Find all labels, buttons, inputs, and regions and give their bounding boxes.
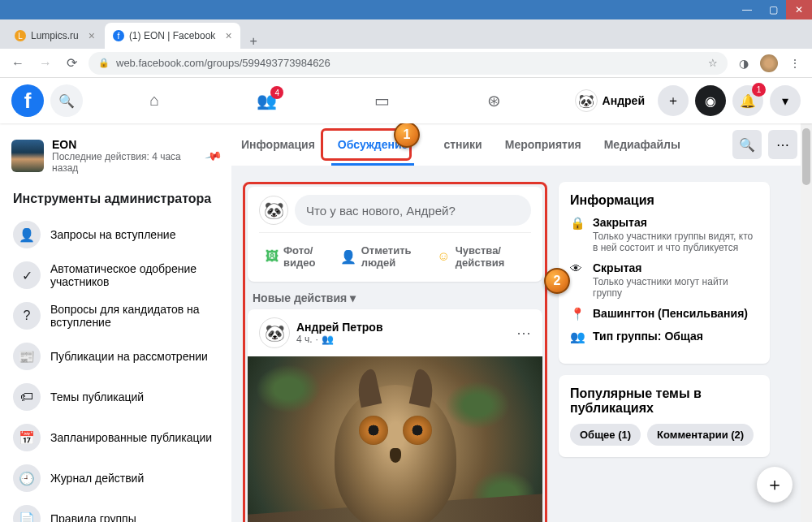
sidebar-item-member-requests[interactable]: 👤Запросы на вступление (10, 214, 222, 255)
friends-badge: 4 (270, 86, 283, 99)
sidebar-item-label: Вопросы для кандидатов на вступление (50, 303, 218, 329)
window-minimize-button[interactable]: — (734, 0, 760, 19)
scroll-thumb[interactable] (802, 128, 810, 185)
notifications-button[interactable]: 🔔 1 (732, 85, 763, 116)
composer-photo-video-button[interactable]: 🖼Фото/видео (259, 239, 334, 274)
composer-feeling-button[interactable]: ☺Чувства/действия (430, 239, 531, 274)
tab-close-icon[interactable]: × (89, 29, 95, 42)
center-column: 🐼 Что у вас нового, Андрей? 🖼Фото/видео … (243, 170, 547, 522)
messenger-button[interactable]: ◉ (695, 85, 726, 116)
pin-icon[interactable]: 📌 (204, 147, 222, 165)
account-dropdown-button[interactable]: ▾ (770, 85, 801, 116)
nav-watch[interactable]: ▭ (350, 84, 414, 117)
sidebar-item-label: Публикации на рассмотрении (50, 350, 208, 363)
sidebar-section-title: Инструменты администратора (10, 183, 222, 214)
browser-tab-lumpics[interactable]: L Lumpics.ru × (6, 23, 103, 49)
group-info: EON Последние действия: 4 часа назад (52, 138, 198, 174)
tag-icon: 🏷 (13, 383, 41, 411)
post-author[interactable]: Андрей Петров (296, 321, 383, 334)
sidebar-item-pending-posts[interactable]: 📰Публикации на рассмотрении (10, 336, 222, 377)
composer-input[interactable]: Что у вас нового, Андрей? (295, 195, 531, 226)
facebook-logo-icon[interactable]: f (11, 84, 44, 117)
topics-title: Популярные темы в публикациях (570, 386, 758, 416)
sidebar-item-label: Запросы на вступление (50, 228, 175, 241)
browser-menu-button[interactable]: ⋮ (786, 57, 804, 70)
tag-people-icon: 👤 (340, 249, 356, 265)
tab-media[interactable]: Медиафайлы (594, 123, 690, 166)
window-close-button[interactable]: ✕ (786, 0, 812, 19)
right-column: 2 Информация 🔒 ЗакрытаяТолько участники … (559, 170, 770, 522)
favicon-lumpics-icon: L (15, 30, 26, 41)
sidebar-item-activity-log[interactable]: 🕘Журнал действий (10, 458, 222, 498)
feed-sort-dropdown[interactable]: Новые действия ▾ (248, 282, 542, 309)
new-tab-button[interactable]: + (242, 34, 266, 49)
sidebar-item-post-topics[interactable]: 🏷Темы публикаций (10, 377, 222, 417)
post-image[interactable] (248, 356, 542, 522)
lock-icon: 🔒 (570, 216, 585, 253)
address-bar-input[interactable]: 🔒 web.facebook.com/groups/59949377398462… (89, 52, 728, 75)
post-meta: 4 ч. · 👥 (296, 334, 383, 345)
group-search-button[interactable]: 🔍 (732, 130, 762, 159)
star-bookmark-icon[interactable]: ☆ (708, 57, 718, 69)
topic-chip[interactable]: Общее (1) (570, 424, 641, 446)
emoji-icon: ☺ (437, 249, 450, 264)
group-name: EON (52, 138, 198, 151)
sidebar-item-group-rules[interactable]: 📄Правила группы (10, 498, 222, 522)
home-icon: ⌂ (149, 91, 159, 109)
info-row-visibility: 👁 СкрытаяТолько участники могут найти гр… (570, 261, 758, 299)
topic-chip[interactable]: Комментарии (2) (647, 424, 754, 446)
window-maximize-button[interactable]: ▢ (760, 0, 786, 19)
user-add-icon: 👤 (13, 221, 41, 248)
info-row-desc: Только участники могут найти группу (593, 276, 758, 299)
nav-groups[interactable]: ⊛ (463, 84, 525, 117)
scrollbar[interactable] (801, 123, 812, 522)
fb-header-right: 🐼 Андрей ＋ ◉ 🔔 1 ▾ (568, 85, 801, 116)
post-avatar-icon[interactable]: 🐼 (259, 317, 290, 348)
browser-tab-strip: L Lumpics.ru × f (1) EON | Facebook × + (0, 19, 812, 49)
tab-title: (1) EON | Facebook (129, 30, 216, 41)
bell-icon: 🔔 (740, 93, 756, 109)
browser-profile-avatar[interactable] (760, 54, 778, 72)
post-time: 4 ч. (296, 334, 313, 345)
nav-friends[interactable]: 👥 4 (232, 84, 301, 117)
main-content: Информация Обсуждение стники Мероприятия… (231, 123, 812, 522)
feed-sort-label: Новые действия (253, 291, 347, 304)
tab-title: Lumpics.ru (31, 30, 79, 41)
fb-nav-center: ⌂ 👥 4 ▭ ⊛ (83, 84, 568, 117)
sidebar: EON Последние действия: 4 часа назад 📌 И… (0, 123, 231, 522)
group-more-button[interactable]: ⋯ (768, 130, 797, 159)
composer-tag-button[interactable]: 👤Отметить людей (334, 239, 431, 274)
fb-body: EON Последние действия: 4 часа назад 📌 И… (0, 123, 812, 522)
nav-reload-button[interactable]: ⟳ (63, 55, 80, 71)
tab-information[interactable]: Информация (231, 123, 325, 166)
composer-avatar-icon: 🐼 (259, 196, 288, 225)
sidebar-item-auto-approval[interactable]: ✓Автоматическое одобрение участников (10, 255, 222, 296)
extension-icon[interactable]: ◑ (736, 57, 752, 70)
fab-create-button[interactable]: ＋ (757, 467, 793, 503)
eye-icon: 👁 (570, 261, 585, 299)
nav-forward-button[interactable]: → (36, 56, 55, 71)
user-profile-pill[interactable]: 🐼 Андрей (568, 86, 651, 115)
calendar-icon: 📅 (13, 424, 41, 451)
tab-close-icon[interactable]: × (225, 29, 231, 42)
info-row-privacy: 🔒 ЗакрытаяТолько участники группы видят,… (570, 216, 758, 253)
sidebar-item-scheduled-posts[interactable]: 📅Запланированные публикации (10, 417, 222, 458)
nav-home[interactable]: ⌂ (125, 84, 184, 117)
create-button[interactable]: ＋ (658, 85, 689, 116)
users-icon: 👥 (570, 330, 585, 344)
group-header[interactable]: EON Последние действия: 4 часа назад 📌 (10, 133, 222, 183)
fb-search-button[interactable]: 🔍 (50, 84, 83, 117)
tab-events[interactable]: Мероприятия (495, 123, 591, 166)
search-icon: 🔍 (739, 137, 755, 153)
popular-topics-panel: Популярные темы в публикациях Общее (1) … (559, 375, 770, 457)
post-composer: 🐼 Что у вас нового, Андрей? 🖼Фото/видео … (248, 187, 542, 282)
sidebar-item-label: Запланированные публикации (50, 431, 212, 444)
sidebar-item-membership-questions[interactable]: ?Вопросы для кандидатов на вступление (10, 296, 222, 336)
nav-back-button[interactable]: ← (8, 56, 28, 71)
browser-tab-facebook[interactable]: f (1) EON | Facebook × (105, 23, 240, 49)
question-icon: ? (13, 302, 41, 330)
post-menu-button[interactable]: ⋯ (516, 324, 531, 342)
feed-icon: 📰 (13, 343, 41, 370)
tab-members[interactable]: стники (421, 123, 491, 166)
sidebar-item-label: Темы публикаций (50, 390, 144, 403)
